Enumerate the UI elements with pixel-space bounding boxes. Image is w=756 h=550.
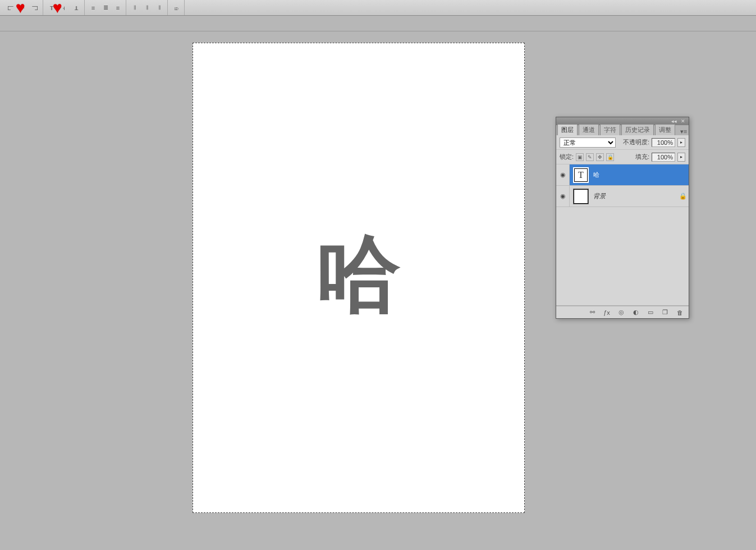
group-icon[interactable]: ▭ — [646, 308, 655, 317]
align-top-edges[interactable]: ⫪ — [46, 2, 57, 13]
visibility-toggle-icon[interactable] — [556, 164, 570, 185]
tab-character[interactable]: 字符 — [600, 124, 620, 135]
align-right-edges[interactable]: ⫎ — [29, 2, 40, 13]
link-icon[interactable]: ⚯ — [588, 308, 597, 317]
opacity-label: 不透明度: — [623, 138, 649, 146]
mask-icon[interactable]: ◎ — [617, 308, 626, 317]
layer-row-text[interactable]: T 哈 — [556, 164, 689, 186]
distribute-bottom[interactable]: ≡ — [112, 2, 123, 13]
align-v-center[interactable]: ⫞ — [58, 2, 70, 13]
panel-close-icon[interactable]: ✕ — [680, 118, 686, 124]
tab-channels[interactable]: 通道 — [579, 124, 599, 135]
opacity-flyout-icon[interactable]: ▸ — [677, 138, 685, 147]
trash-icon[interactable]: 🗑 — [675, 308, 684, 317]
distribute-left[interactable]: ⦀ — [129, 2, 140, 13]
layer-thumbnail-bg[interactable] — [573, 189, 589, 204]
lock-fill-row: 锁定: ▣ ✎ ✥ 🔒 填充: 100% ▸ — [556, 150, 689, 164]
distribute-h-group: ≡ ≣ ≡ — [85, 0, 126, 15]
fill-flyout-icon[interactable]: ▸ — [677, 153, 685, 162]
blend-opacity-row: 正常 不透明度: 100% ▸ — [556, 135, 689, 150]
blend-mode-select[interactable]: 正常 — [560, 138, 616, 148]
fill-value[interactable]: 100% — [652, 153, 675, 162]
new-layer-icon[interactable]: ❐ — [661, 308, 670, 317]
layer-row-background[interactable]: 背景 🔒 — [556, 186, 689, 207]
auto-align[interactable]: ⎄ — [171, 2, 182, 13]
document-canvas[interactable]: 哈 — [193, 43, 525, 513]
distribute-h-center[interactable]: ⦀ — [141, 2, 153, 13]
opacity-value[interactable]: 100% — [652, 138, 675, 147]
visibility-toggle-icon[interactable] — [556, 186, 570, 207]
lock-icons: ▣ ✎ ✥ 🔒 — [576, 153, 614, 161]
panel-menu-icon[interactable]: ▾≡ — [679, 128, 689, 135]
layer-list: T 哈 背景 🔒 — [556, 164, 689, 306]
lock-transparency-icon[interactable]: ▣ — [576, 153, 584, 161]
workspace: 哈 ◂◂ ✕ 图层 通道 字符 历史记录 调整 ▾≡ 正常 不透明度: 100%… — [0, 31, 756, 550]
lock-pixels-icon[interactable]: ✎ — [586, 153, 594, 161]
distribute-v-group: ⦀ ⦀ ⦀ — [127, 0, 168, 15]
lock-indicator-icon: 🔒 — [677, 192, 689, 200]
layers-panel-footer: ⚯ ƒx ◎ ◐ ▭ ❐ 🗑 — [556, 306, 689, 318]
align-bottom-edges[interactable]: ⫫ — [71, 2, 82, 13]
tab-history[interactable]: 历史记录 — [621, 124, 654, 135]
canvas-text-glyph: 哈 — [317, 232, 401, 316]
align-h-center[interactable]: ⫟ — [17, 2, 28, 13]
distribute-right[interactable]: ⦀ — [154, 2, 165, 13]
options-bar-spacer — [0, 16, 756, 31]
fill-label: 填充: — [635, 153, 649, 161]
distribute-top[interactable]: ≡ — [88, 2, 99, 13]
align-v-group: ⫪ ⫞ ⫫ — [44, 0, 85, 15]
adjustment-icon[interactable]: ◐ — [631, 308, 640, 317]
fx-icon[interactable]: ƒx — [602, 308, 611, 317]
lock-position-icon[interactable]: ✥ — [596, 153, 604, 161]
extra-group: ⎄ — [168, 0, 185, 15]
tab-adjustments[interactable]: 调整 — [655, 124, 675, 135]
document-canvas-wrap: 哈 — [193, 43, 525, 513]
layer-name[interactable]: 背景 — [592, 192, 677, 200]
layers-panel: ◂◂ ✕ 图层 通道 字符 历史记录 调整 ▾≡ 正常 不透明度: 100% ▸… — [556, 117, 689, 319]
lock-label: 锁定: — [560, 153, 574, 161]
tab-layers[interactable]: 图层 — [557, 124, 578, 135]
panel-tabs: 图层 通道 字符 历史记录 调整 ▾≡ — [556, 125, 689, 135]
align-h-group: ⫍ ⫟ ⫎ — [2, 0, 43, 15]
distribute-v-center[interactable]: ≣ — [100, 2, 111, 13]
alignment-toolbar: ⫍ ⫟ ⫎ ⫪ ⫞ ⫫ ≡ ≣ ≡ ⦀ ⦀ ⦀ ⎄ — [0, 0, 756, 16]
panel-collapse-icon[interactable]: ◂◂ — [671, 118, 677, 124]
layer-name[interactable]: 哈 — [592, 171, 689, 179]
layer-thumbnail-text[interactable]: T — [573, 167, 589, 183]
lock-all-icon[interactable]: 🔒 — [606, 153, 614, 161]
align-left-edges[interactable]: ⫍ — [4, 2, 16, 13]
